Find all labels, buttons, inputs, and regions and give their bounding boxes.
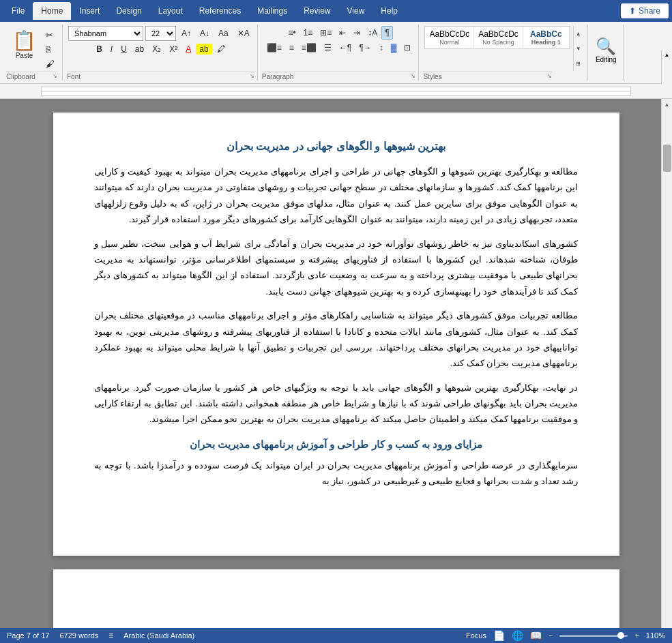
style-no-spacing[interactable]: AaBbCcDc No Spacing (474, 27, 523, 48)
style-heading1-preview: AaBbCc (527, 29, 565, 39)
styles-scroll-down[interactable]: ▼ (574, 41, 583, 56)
clipboard-expand-icon[interactable]: ↘ (53, 73, 57, 80)
subscript-button[interactable]: X₂ (149, 42, 164, 56)
font-expand-icon[interactable]: ↘ (250, 73, 254, 80)
language-icon: ≡ (108, 631, 113, 640)
view-web-icon[interactable]: 🌐 (512, 630, 523, 641)
paragraph-label: Paragraph (262, 73, 294, 80)
sort-button[interactable]: ↕A (364, 26, 381, 40)
styles-scroll-up[interactable]: ▲ (574, 26, 583, 41)
focus-button[interactable]: Focus (466, 631, 486, 640)
status-bar: Page 7 of 17 6729 words ≡ Arabic (Saudi … (0, 628, 672, 643)
tab-layout[interactable]: Layout (150, 2, 191, 20)
tab-references[interactable]: References (191, 2, 249, 20)
increase-font-button[interactable]: A↑ (178, 27, 194, 40)
tab-home[interactable]: Home (33, 2, 71, 20)
editing-icon: 🔍 (596, 37, 616, 56)
shading-button[interactable]: ▓ (388, 41, 400, 55)
justify-button[interactable]: ☰ (321, 41, 335, 55)
styles-expand[interactable]: ⊞ (574, 56, 583, 71)
bullets-button[interactable]: ≡• (284, 26, 299, 40)
font-color-button[interactable]: A (182, 42, 194, 56)
paragraph-expand-icon[interactable]: ↘ (411, 73, 415, 80)
styles-scroll-arrows: ▲ ▼ ⊞ (573, 26, 583, 71)
styles-label: Styles (423, 73, 441, 80)
font-name-select[interactable]: Shabnam (68, 26, 143, 41)
align-center-button[interactable]: ≡ (286, 41, 297, 55)
cut-button[interactable]: ✂ (42, 29, 58, 42)
font-shading-button[interactable]: 🖍 (214, 42, 229, 56)
editing-label: Editing (596, 56, 617, 63)
tab-help[interactable]: Help (372, 2, 406, 20)
doc-para-4[interactable]: در نهایت، بهکارگیری بهترین شیوهها و الگو… (94, 380, 579, 428)
scroll-up-arrow[interactable]: ▲ (663, 99, 671, 110)
tab-view[interactable]: View (339, 2, 373, 20)
style-normal[interactable]: AaBbCcDc Normal (425, 27, 474, 48)
numbering-button[interactable]: 1≡ (300, 26, 317, 40)
ruler-ticks (42, 87, 630, 96)
show-hide-button[interactable]: ¶ (381, 26, 392, 40)
clipboard-label: Clipboard (6, 73, 35, 80)
view-print-icon[interactable]: 📄 (493, 630, 505, 641)
decrease-font-button[interactable]: A↓ (196, 27, 213, 40)
copy-button[interactable]: ⎘ (42, 43, 58, 56)
style-heading1[interactable]: AaBbCc Heading 1 (523, 27, 570, 48)
doc-para-3[interactable]: مطالعه تجربیات موفق کشورهای دیگر میتواند… (94, 308, 579, 372)
clear-format-button[interactable]: ✕A (234, 27, 253, 40)
doc-heading-1: بهترین شیوهها و الگوهای جهانی در مدیریت … (94, 140, 579, 153)
highlight-button[interactable]: ab (196, 44, 211, 55)
doc-para-5[interactable]: سرمایهگذاری در عرصه طراحی و آموزش برنامه… (94, 458, 579, 490)
increase-indent-button[interactable]: ⇥ (350, 26, 364, 40)
tab-file[interactable]: File (3, 2, 33, 20)
font-size-select[interactable]: 22 (145, 26, 176, 41)
ribbon-tabs: File Home Insert Design Layout Reference… (0, 0, 672, 22)
document-area: بهترین شیوهها و الگوهای جهانی در مدیریت … (0, 99, 672, 643)
view-reading-icon[interactable]: 📖 (530, 630, 542, 641)
paragraph-group: ≡• 1≡ ⊞≡ ⇤ ⇥ ↕A ¶ ⬛≡ ≡ ≡⬛ ☰ ←¶ ¶→ ↕ ▓ ⊡ … (259, 25, 420, 80)
ruler-inner (41, 87, 631, 96)
tab-review[interactable]: Review (295, 2, 338, 20)
strikethrough-button[interactable]: ab (132, 42, 147, 56)
paste-icon: 📋 (12, 29, 36, 52)
tab-design[interactable]: Design (108, 2, 149, 20)
styles-expand-icon[interactable]: ↘ (547, 73, 552, 80)
paste-button[interactable]: 📋 Paste (8, 26, 41, 63)
app-window: File Home Insert Design Layout Reference… (0, 0, 672, 643)
zoom-thumb (617, 632, 624, 639)
align-left-button[interactable]: ⬛≡ (263, 41, 285, 55)
change-case-button[interactable]: Aa (215, 27, 232, 40)
format-painter-button[interactable]: 🖌 (42, 57, 58, 70)
ruler (0, 84, 672, 99)
word-count: 6729 words (59, 631, 98, 640)
rtl-button[interactable]: ←¶ (336, 41, 355, 55)
style-normal-name: Normal (429, 39, 469, 46)
style-no-spacing-name: No Spacing (478, 39, 518, 46)
zoom-slider[interactable] (559, 635, 628, 637)
ltr-button[interactable]: ¶→ (355, 41, 375, 55)
ribbon-scroll-up-arrow[interactable]: ▲ (664, 52, 670, 58)
zoom-out-button[interactable]: − (549, 631, 553, 640)
bold-button[interactable]: B (93, 42, 106, 56)
doc-para-1[interactable]: مطالعه و بهکارگیری بهترین شیوهها و الگوه… (94, 164, 579, 228)
share-button[interactable]: ⬆ Share (621, 3, 669, 18)
superscript-button[interactable]: X² (166, 42, 181, 56)
align-right-button[interactable]: ≡⬛ (298, 41, 320, 55)
scroll-thumb[interactable] (663, 145, 671, 172)
vertical-scrollbar[interactable]: ▲ ▼ (661, 99, 672, 643)
multilevel-button[interactable]: ⊞≡ (317, 26, 335, 40)
doc-para-2[interactable]: کشورهای اسکاندیناوی نیز به خاطر روشهای ن… (94, 236, 579, 300)
style-heading1-name: Heading 1 (527, 39, 565, 46)
scroll-track[interactable] (662, 110, 672, 631)
clipboard-group: 📋 Paste ✂ ⎘ 🖌 Clipboard ↘ (3, 25, 63, 80)
tab-insert[interactable]: Insert (71, 2, 108, 20)
underline-button[interactable]: U (117, 42, 130, 56)
italic-button[interactable]: I (107, 42, 116, 56)
language-label: Arabic (Saudi Arabia) (123, 631, 194, 640)
line-spacing-button[interactable]: ↕ (376, 41, 387, 55)
zoom-level[interactable]: 110% (646, 631, 665, 640)
styles-gallery: AaBbCcDc Normal AaBbCcDc No Spacing AaBb… (424, 26, 570, 49)
decrease-indent-button[interactable]: ⇤ (336, 26, 349, 40)
tab-mailings[interactable]: Mailings (249, 2, 295, 20)
borders-button[interactable]: ⊡ (400, 41, 414, 55)
zoom-in-button[interactable]: + (634, 631, 639, 640)
